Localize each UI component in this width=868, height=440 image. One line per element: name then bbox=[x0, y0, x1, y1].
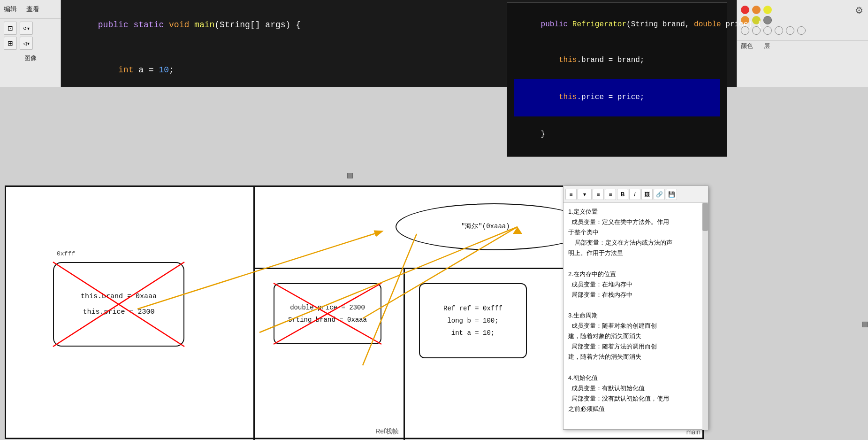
menu-view[interactable]: 查看 bbox=[26, 5, 39, 14]
notes-scrollbar[interactable] bbox=[702, 203, 708, 430]
main-a-text: int a = 10; bbox=[451, 329, 495, 337]
left-toolbar: 编辑 查看 ⊡ ↺ ▾ ⊞ ◁ ▾ 图像 bbox=[0, 0, 61, 87]
heap-address-label: 0xfff bbox=[57, 250, 75, 257]
dot-gray[interactable] bbox=[763, 16, 772, 24]
notes-line-12: 局部变量：没有默认初始化值，使用之前必须赋值 bbox=[568, 394, 703, 414]
notes-panel: ≡ ▾ ≡ ≡ B I 🖼 🔗 💾 1.定义位置 成员变量：定义在类中方法外。作… bbox=[563, 185, 708, 430]
notes-content[interactable]: 1.定义位置 成员变量：定义在类中方法外。作用于整个类中 局部变量：定义在方法内… bbox=[563, 203, 708, 429]
heap-brand-text: this.brand = 0xaaa bbox=[81, 293, 157, 301]
resize-handle-top[interactable] bbox=[347, 173, 353, 178]
main-ref-text: Ref ref = 0xfff bbox=[443, 305, 503, 312]
toolbar-icons: ⊡ ↺ ▾ ⊞ ◁ ▾ 图像 bbox=[0, 19, 61, 87]
popup-line-1: public Refrigerator(String brand, double… bbox=[514, 7, 720, 43]
ref-frame-box: double price = 2300 Srting brand = 0xaaa bbox=[274, 283, 381, 344]
notes-line-5: 成员变量：在堆内存中 bbox=[568, 279, 703, 290]
dot-empty-4[interactable] bbox=[775, 26, 783, 35]
right-panel: 颜色 层 ⚙ bbox=[737, 0, 868, 87]
main-b-text: long b = 100; bbox=[447, 317, 498, 324]
notes-bold[interactable]: B bbox=[617, 189, 628, 200]
notes-line-4: 2.在内存中的位置 bbox=[568, 269, 703, 279]
ref-frame: double price = 2300 Srting brand = 0xaaa… bbox=[255, 269, 405, 440]
code-popup: public Refrigerator(String brand, double… bbox=[507, 2, 727, 157]
dot-empty-5[interactable] bbox=[786, 26, 794, 35]
notes-save[interactable]: 💾 bbox=[666, 189, 677, 200]
top-bar: 编辑 查看 ⊡ ↺ ▾ ⊞ ◁ ▾ 图像 bbox=[0, 0, 868, 87]
dot-orange[interactable] bbox=[752, 6, 761, 14]
notes-align-right[interactable]: ≡ bbox=[605, 189, 616, 200]
crop-icon[interactable]: ⊡ bbox=[4, 22, 17, 35]
rotate-icon[interactable]: ↺ ▾ bbox=[20, 22, 33, 35]
toolbar-menu: 编辑 查看 bbox=[0, 0, 61, 19]
heap-price-text: this.price = 2300 bbox=[83, 308, 154, 316]
notes-scrollbar-thumb[interactable] bbox=[702, 203, 708, 231]
ref-brand-text: Srting brand = 0xaaa bbox=[288, 316, 367, 324]
notes-line-7: 3.生命周期 bbox=[568, 310, 703, 321]
notes-line-3: 局部变量：定义在方法内或方法的声明上。作用于方法里 bbox=[568, 238, 703, 258]
color-dots-row-1 bbox=[741, 6, 864, 14]
popup-line-3: this.price = price; bbox=[514, 79, 720, 117]
notes-align-center[interactable]: ≡ bbox=[593, 189, 604, 200]
panel-bottom: 颜色 层 bbox=[737, 40, 868, 52]
color-label: 颜色 bbox=[737, 41, 757, 52]
notes-line-1: 1.定义位置 bbox=[568, 207, 703, 217]
transform-icon[interactable]: ⊞ bbox=[4, 37, 17, 50]
image-label: 图像 bbox=[24, 54, 37, 62]
notes-line-2: 成员变量：定义在类中方法外。作用于整个类中 bbox=[568, 217, 703, 238]
toolbar-row-2: ⊞ ◁ ▾ bbox=[4, 37, 57, 50]
main-frame-box: Ref ref = 0xfff long b = 100; int a = 10… bbox=[419, 283, 527, 358]
notes-dropdown[interactable]: ▾ bbox=[578, 189, 592, 200]
arrow-icon[interactable]: ◁ ▾ bbox=[20, 37, 33, 50]
popup-line-4: } bbox=[514, 116, 720, 153]
notes-line-11: 成员变量：有默认初始化值 bbox=[568, 383, 703, 394]
ref-price-text: double price = 2300 bbox=[290, 304, 365, 311]
notes-toolbar: ≡ ▾ ≡ ≡ B I 🖼 🔗 💾 bbox=[563, 186, 708, 203]
dot-red[interactable] bbox=[741, 6, 749, 14]
notes-align-left[interactable]: ≡ bbox=[565, 189, 577, 200]
main-canvas: 0xfff this.brand = 0xaaa this.price = 23… bbox=[0, 87, 868, 440]
notes-italic[interactable]: I bbox=[629, 189, 640, 200]
dot-empty-3[interactable] bbox=[763, 26, 772, 35]
resize-handle-right[interactable] bbox=[862, 322, 868, 327]
popup-line-2: this.brand = brand; bbox=[514, 43, 720, 79]
heap-object: this.brand = 0xaaa this.price = 2300 bbox=[53, 262, 184, 347]
ellipse-text: "海尔"(0xaaa) bbox=[461, 222, 510, 231]
notes-line-10: 4.初始化值 bbox=[568, 373, 703, 383]
diagram-left: 0xfff this.brand = 0xaaa this.price = 23… bbox=[6, 187, 255, 440]
notes-image[interactable]: 🖼 bbox=[641, 189, 653, 200]
ref-frame-label: Ref栈帧 bbox=[375, 427, 399, 436]
dot-yellow[interactable] bbox=[763, 6, 772, 14]
toolbar-row-1: ⊡ ↺ ▾ bbox=[4, 22, 57, 35]
settings-icon[interactable]: ⚙ bbox=[855, 5, 863, 16]
layers-label: 层 bbox=[757, 41, 776, 52]
notes-link[interactable]: 🔗 bbox=[654, 189, 665, 200]
notes-line-8: 成员变量：随着对象的创建而创建，随着对象的消失而消失 bbox=[568, 321, 703, 341]
notes-line-6: 局部变量：在栈内存中 bbox=[568, 290, 703, 300]
dot-empty-6[interactable] bbox=[797, 26, 806, 35]
menu-edit[interactable]: 编辑 bbox=[4, 5, 17, 14]
notes-line-9: 局部变量：随着方法的调用而创建，随着方法的消失而消失 bbox=[568, 341, 703, 362]
